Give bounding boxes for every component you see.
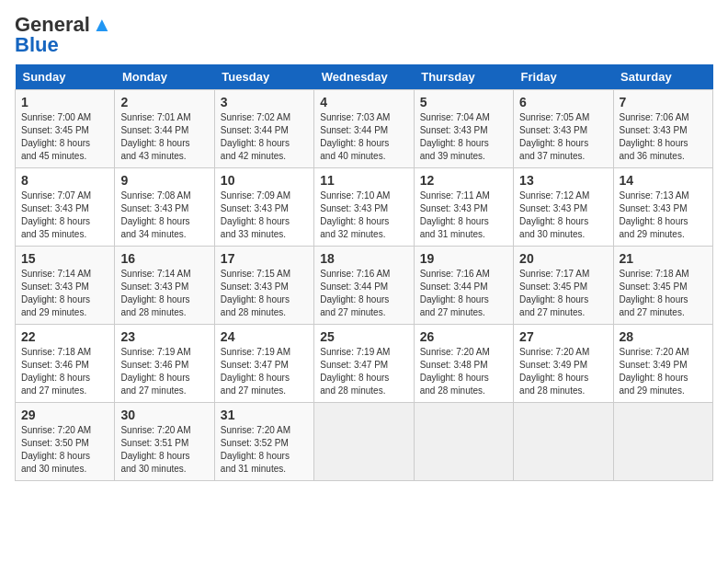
day-detail: Sunrise: 7:19 AMSunset: 3:47 PMDaylight:… (221, 346, 308, 397)
logo: General▲ Blue (15, 15, 112, 55)
calendar-cell: 31Sunrise: 7:20 AMSunset: 3:52 PMDayligh… (214, 403, 313, 481)
weekday-header-wednesday: Wednesday (314, 64, 414, 90)
day-number: 24 (221, 329, 308, 344)
calendar-cell (613, 403, 712, 481)
calendar-cell: 29Sunrise: 7:20 AMSunset: 3:50 PMDayligh… (16, 403, 115, 481)
day-detail: Sunrise: 7:20 AMSunset: 3:48 PMDaylight:… (420, 346, 507, 397)
day-detail: Sunrise: 7:07 AMSunset: 3:43 PMDaylight:… (21, 190, 108, 241)
day-detail: Sunrise: 7:01 AMSunset: 3:44 PMDaylight:… (120, 111, 208, 163)
day-number: 11 (320, 173, 407, 188)
calendar-cell: 21Sunrise: 7:18 AMSunset: 3:45 PMDayligh… (613, 247, 712, 325)
weekday-header-thursday: Thursday (414, 64, 513, 90)
calendar-table: SundayMondayTuesdayWednesdayThursdayFrid… (15, 64, 713, 481)
day-detail: Sunrise: 7:10 AMSunset: 3:43 PMDaylight:… (320, 190, 407, 241)
day-number: 27 (519, 329, 607, 344)
day-detail: Sunrise: 7:04 AMSunset: 3:43 PMDaylight:… (420, 111, 507, 163)
calendar-cell: 26Sunrise: 7:20 AMSunset: 3:48 PMDayligh… (414, 325, 513, 403)
day-number: 10 (221, 173, 308, 188)
day-detail: Sunrise: 7:16 AMSunset: 3:44 PMDaylight:… (420, 268, 507, 319)
calendar-cell: 13Sunrise: 7:12 AMSunset: 3:43 PMDayligh… (514, 168, 613, 247)
day-number: 12 (420, 173, 507, 188)
day-detail: Sunrise: 7:00 AMSunset: 3:45 PMDaylight:… (21, 111, 108, 163)
calendar-cell: 7Sunrise: 7:06 AMSunset: 3:43 PMDaylight… (613, 90, 712, 168)
day-number: 25 (320, 329, 407, 344)
day-detail: Sunrise: 7:02 AMSunset: 3:44 PMDaylight:… (221, 111, 308, 163)
day-detail: Sunrise: 7:12 AMSunset: 3:43 PMDaylight:… (519, 190, 607, 241)
day-detail: Sunrise: 7:17 AMSunset: 3:45 PMDaylight:… (519, 268, 607, 319)
calendar-cell: 22Sunrise: 7:18 AMSunset: 3:46 PMDayligh… (16, 325, 115, 403)
calendar-cell: 10Sunrise: 7:09 AMSunset: 3:43 PMDayligh… (214, 168, 313, 247)
day-detail: Sunrise: 7:03 AMSunset: 3:44 PMDaylight:… (320, 111, 407, 163)
calendar-cell: 18Sunrise: 7:16 AMSunset: 3:44 PMDayligh… (314, 247, 414, 325)
day-number: 20 (519, 251, 607, 266)
calendar-cell: 6Sunrise: 7:05 AMSunset: 3:43 PMDaylight… (514, 90, 613, 168)
calendar-cell: 14Sunrise: 7:13 AMSunset: 3:43 PMDayligh… (613, 168, 712, 247)
day-detail: Sunrise: 7:08 AMSunset: 3:43 PMDaylight:… (120, 190, 208, 241)
weekday-header-friday: Friday (514, 64, 613, 90)
calendar-cell: 9Sunrise: 7:08 AMSunset: 3:43 PMDaylight… (115, 168, 214, 247)
logo-text: General▲ (15, 15, 112, 35)
day-number: 7 (620, 95, 707, 109)
calendar-cell (414, 403, 513, 481)
day-detail: Sunrise: 7:05 AMSunset: 3:43 PMDaylight:… (519, 111, 607, 163)
day-number: 3 (221, 95, 308, 109)
day-number: 1 (21, 95, 108, 109)
logo-blue: Blue (15, 33, 59, 56)
day-detail: Sunrise: 7:20 AMSunset: 3:52 PMDaylight:… (221, 424, 308, 476)
day-number: 9 (120, 173, 208, 188)
day-detail: Sunrise: 7:14 AMSunset: 3:43 PMDaylight:… (21, 268, 108, 319)
calendar-cell: 5Sunrise: 7:04 AMSunset: 3:43 PMDaylight… (414, 90, 513, 168)
day-number: 17 (221, 251, 308, 266)
day-detail: Sunrise: 7:19 AMSunset: 3:47 PMDaylight:… (320, 346, 407, 397)
calendar-cell: 27Sunrise: 7:20 AMSunset: 3:49 PMDayligh… (514, 325, 613, 403)
day-detail: Sunrise: 7:20 AMSunset: 3:50 PMDaylight:… (21, 424, 108, 476)
day-number: 15 (21, 251, 108, 266)
day-number: 2 (120, 95, 208, 109)
calendar-cell: 23Sunrise: 7:19 AMSunset: 3:46 PMDayligh… (115, 325, 214, 403)
day-detail: Sunrise: 7:16 AMSunset: 3:44 PMDaylight:… (320, 268, 407, 319)
day-number: 21 (620, 251, 707, 266)
day-detail: Sunrise: 7:15 AMSunset: 3:43 PMDaylight:… (221, 268, 308, 319)
calendar-cell: 11Sunrise: 7:10 AMSunset: 3:43 PMDayligh… (314, 168, 414, 247)
weekday-header-monday: Monday (115, 64, 214, 90)
calendar-cell (514, 403, 613, 481)
calendar-cell: 1Sunrise: 7:00 AMSunset: 3:45 PMDaylight… (16, 90, 115, 168)
day-detail: Sunrise: 7:14 AMSunset: 3:43 PMDaylight:… (120, 268, 208, 319)
day-detail: Sunrise: 7:06 AMSunset: 3:43 PMDaylight:… (620, 111, 707, 163)
day-number: 30 (120, 408, 208, 422)
calendar-cell: 3Sunrise: 7:02 AMSunset: 3:44 PMDaylight… (214, 90, 313, 168)
calendar-cell: 15Sunrise: 7:14 AMSunset: 3:43 PMDayligh… (16, 247, 115, 325)
calendar-cell: 24Sunrise: 7:19 AMSunset: 3:47 PMDayligh… (214, 325, 313, 403)
day-number: 19 (420, 251, 507, 266)
day-number: 26 (420, 329, 507, 344)
calendar-cell: 12Sunrise: 7:11 AMSunset: 3:43 PMDayligh… (414, 168, 513, 247)
calendar-cell: 30Sunrise: 7:20 AMSunset: 3:51 PMDayligh… (115, 403, 214, 481)
day-number: 23 (120, 329, 208, 344)
calendar-cell: 19Sunrise: 7:16 AMSunset: 3:44 PMDayligh… (414, 247, 513, 325)
day-detail: Sunrise: 7:13 AMSunset: 3:43 PMDaylight:… (620, 190, 707, 241)
calendar-cell (314, 403, 414, 481)
weekday-header-sunday: Sunday (16, 64, 115, 90)
day-number: 31 (221, 408, 308, 422)
calendar-cell: 16Sunrise: 7:14 AMSunset: 3:43 PMDayligh… (115, 247, 214, 325)
day-number: 8 (21, 173, 108, 188)
day-number: 29 (21, 408, 108, 422)
calendar-cell: 2Sunrise: 7:01 AMSunset: 3:44 PMDaylight… (115, 90, 214, 168)
weekday-header-tuesday: Tuesday (214, 64, 313, 90)
day-number: 5 (420, 95, 507, 109)
day-number: 28 (620, 329, 707, 344)
calendar-cell: 25Sunrise: 7:19 AMSunset: 3:47 PMDayligh… (314, 325, 414, 403)
day-detail: Sunrise: 7:11 AMSunset: 3:43 PMDaylight:… (420, 190, 507, 241)
calendar-cell: 20Sunrise: 7:17 AMSunset: 3:45 PMDayligh… (514, 247, 613, 325)
day-number: 6 (519, 95, 607, 109)
day-detail: Sunrise: 7:20 AMSunset: 3:51 PMDaylight:… (120, 424, 208, 476)
calendar-cell: 17Sunrise: 7:15 AMSunset: 3:43 PMDayligh… (214, 247, 313, 325)
day-number: 13 (519, 173, 607, 188)
day-number: 22 (21, 329, 108, 344)
calendar-cell: 8Sunrise: 7:07 AMSunset: 3:43 PMDaylight… (16, 168, 115, 247)
day-number: 16 (120, 251, 208, 266)
page-header: General▲ Blue (15, 15, 713, 55)
calendar-cell: 28Sunrise: 7:20 AMSunset: 3:49 PMDayligh… (613, 325, 712, 403)
day-detail: Sunrise: 7:20 AMSunset: 3:49 PMDaylight:… (620, 346, 707, 397)
day-number: 18 (320, 251, 407, 266)
